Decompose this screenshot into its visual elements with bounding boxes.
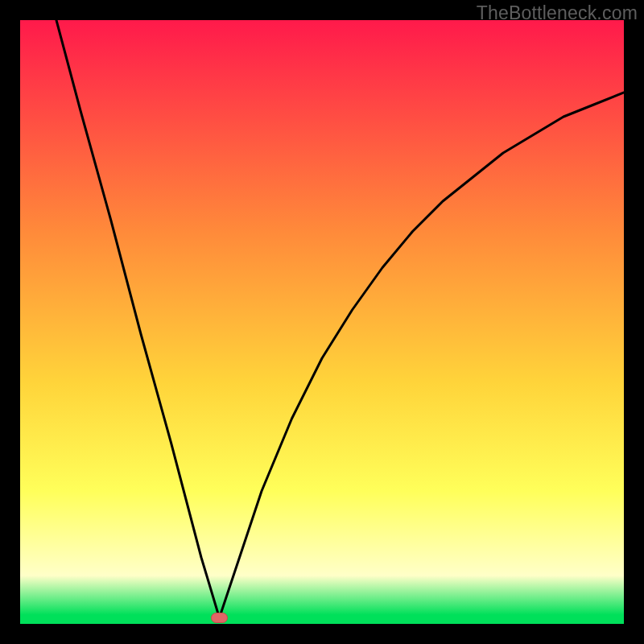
chart-frame: TheBottleneck.com: [0, 0, 644, 644]
watermark-text: TheBottleneck.com: [477, 2, 638, 24]
min-marker: [212, 613, 228, 623]
gradient-background: [20, 20, 624, 624]
bottleneck-chart: [20, 20, 624, 624]
